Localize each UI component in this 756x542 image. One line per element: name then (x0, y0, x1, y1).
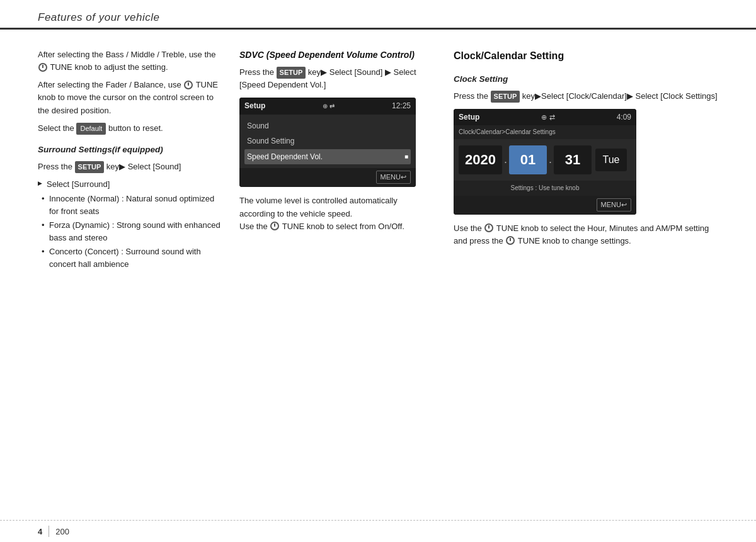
tune-knob-icon5 (506, 236, 515, 245)
page-footer: 4 200 (0, 520, 756, 542)
cal-hint: Settings : Use tune knob (454, 181, 636, 196)
sdvc-screen: Setup ⊕ ⇄ 12:25 Sound Sound Setting Spee… (239, 98, 416, 187)
screen-time: 12:25 (392, 100, 411, 112)
sdvc-section-title: SDVC (Speed Dependent Volume Control) (239, 48, 435, 62)
setup-button-sdvc: SETUP (277, 67, 306, 79)
cal-menu-back-button: MENU↩ (597, 198, 631, 212)
clock-setting-title: Clock Setting (454, 73, 718, 86)
setup-button-clock: SETUP (491, 91, 520, 103)
cal-screen-time: 4:09 (617, 111, 631, 123)
cal-year: 2020 (459, 145, 502, 174)
sdvc-para2: The volume level is controlled automatic… (239, 195, 435, 220)
page-text: 200 (55, 527, 69, 536)
screen-title: Setup (244, 100, 265, 112)
sdvc-para3: Use the TUNE knob to select from On/Off. (239, 220, 435, 233)
cal-month: 01 (509, 145, 547, 174)
cal-sep2: . (547, 151, 554, 169)
para3: Select the Default button to reset. (38, 122, 220, 135)
screen-body: Sound Sound Setting Speed Dependent Vol. (239, 115, 416, 169)
surround-arrow-item: Select [Surround] (38, 178, 220, 191)
para2: After selecting the Fader / Balance, use… (38, 79, 220, 116)
para1: After selecting the Bass / Middle / Treb… (38, 48, 220, 74)
screen-menu-speed: Speed Dependent Vol. (244, 149, 411, 165)
tune-knob-icon (38, 63, 47, 72)
tune-knob-icon4 (484, 223, 493, 232)
footer-divider (49, 526, 49, 537)
surround-para1: Press the SETUP key▶ Select [Sound] (38, 161, 220, 173)
list-item: Forza (Dynamic) : Strong sound with enha… (40, 219, 220, 244)
right-column: Clock/Calendar Setting Clock Setting Pre… (454, 48, 718, 272)
page-number: 4 (38, 527, 42, 536)
list-item: Innocente (Normal) : Natural sonud optim… (40, 193, 220, 217)
menu-back-button: MENU↩ (376, 171, 411, 184)
surround-section-title: Surround Settings(if equipped) (38, 144, 220, 157)
screen-menu-sound-setting: Sound Setting (244, 133, 411, 149)
clock-section-title: Clock/Calendar Setting (454, 48, 718, 64)
cal-footer: MENU↩ (454, 196, 636, 215)
mid-column: SDVC (Speed Dependent Volume Control) Pr… (239, 48, 435, 272)
list-item: Concerto (Concert) : Surround sound with… (40, 246, 220, 270)
page-header: Features of your vehicle (0, 0, 756, 30)
clock-para1: Press the SETUP key▶Select [Clock/Calend… (454, 90, 718, 103)
clock-para2: Use the TUNE knob to select the Hour, Mi… (454, 222, 718, 247)
setup-button-label: SETUP (75, 161, 105, 173)
left-column: After selecting the Bass / Middle / Treb… (38, 48, 220, 272)
cal-screen-header: Setup ⊕ ⇄ 4:09 (454, 109, 636, 126)
screen-footer: MENU↩ (239, 168, 416, 187)
cal-screen-title: Setup (459, 111, 479, 123)
cal-weekday: Tue (595, 149, 627, 172)
cal-screen-icons: ⊕ ⇄ (541, 112, 554, 123)
screen-menu-sound: Sound (244, 118, 411, 134)
tune-knob-icon2 (184, 81, 193, 89)
sdvc-para1: Press the SETUP key▶ Select [Sound] ▶ Se… (239, 66, 435, 91)
tune-knob-icon3 (270, 222, 279, 230)
content-area: After selecting the Bass / Middle / Treb… (0, 30, 756, 272)
default-button-label: Default (76, 123, 106, 135)
screen-header: Setup ⊕ ⇄ 12:25 (239, 98, 416, 115)
calendar-screen: Setup ⊕ ⇄ 4:09 Clock/Calendar>Calendar S… (454, 109, 636, 215)
cal-date-row: 2020 . 01 . 31 Tue (454, 139, 636, 181)
screen-icons: ⊕ ⇄ (323, 101, 335, 111)
cal-sep1: . (502, 151, 509, 169)
cal-screen-subtitle: Clock/Calendar>Calendar Settings (454, 125, 636, 139)
page-title: Features of your vehicle (38, 11, 159, 23)
surround-bullets: Innocente (Normal) : Natural sonud optim… (38, 193, 220, 270)
cal-day: 31 (554, 145, 592, 174)
